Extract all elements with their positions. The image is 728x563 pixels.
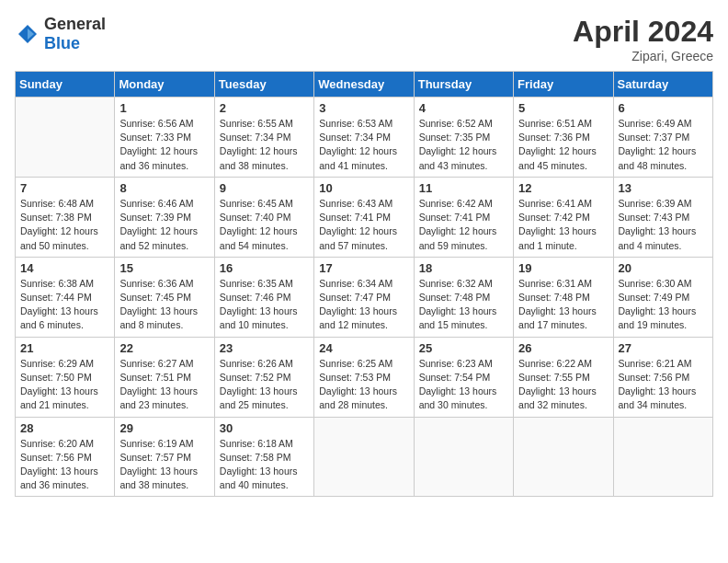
title-block: April 2024 Zipari, Greece bbox=[573, 15, 713, 63]
logo-icon bbox=[15, 21, 40, 47]
location: Zipari, Greece bbox=[573, 49, 713, 63]
day-info: Sunrise: 6:31 AMSunset: 7:48 PMDaylight:… bbox=[518, 277, 608, 333]
day-info: Sunrise: 6:23 AMSunset: 7:54 PMDaylight:… bbox=[419, 357, 508, 413]
day-info: Sunrise: 6:19 AMSunset: 7:57 PMDaylight:… bbox=[119, 437, 209, 493]
day-number: 3 bbox=[319, 101, 408, 115]
calendar: SundayMondayTuesdayWednesdayThursdayFrid… bbox=[15, 71, 713, 497]
day-info: Sunrise: 6:25 AMSunset: 7:53 PMDaylight:… bbox=[319, 357, 408, 413]
month-title: April 2024 bbox=[573, 15, 713, 49]
calendar-week-row: 21Sunrise: 6:29 AMSunset: 7:50 PMDayligh… bbox=[16, 337, 713, 417]
logo-blue: Blue bbox=[44, 34, 80, 52]
day-number: 25 bbox=[419, 341, 508, 355]
day-header-wednesday: Wednesday bbox=[314, 72, 414, 98]
day-info: Sunrise: 6:18 AMSunset: 7:58 PMDaylight:… bbox=[220, 437, 309, 493]
day-info: Sunrise: 6:52 AMSunset: 7:35 PMDaylight:… bbox=[419, 117, 508, 173]
day-number: 14 bbox=[20, 261, 109, 275]
calendar-day-cell: 18Sunrise: 6:32 AMSunset: 7:48 PMDayligh… bbox=[414, 257, 513, 337]
day-number: 26 bbox=[518, 341, 608, 355]
day-number: 6 bbox=[619, 101, 708, 115]
calendar-day-cell bbox=[514, 417, 613, 497]
day-header-monday: Monday bbox=[115, 72, 214, 98]
calendar-day-cell: 12Sunrise: 6:41 AMSunset: 7:42 PMDayligh… bbox=[514, 177, 613, 257]
day-info: Sunrise: 6:20 AMSunset: 7:56 PMDaylight:… bbox=[20, 437, 109, 493]
day-info: Sunrise: 6:26 AMSunset: 7:52 PMDaylight:… bbox=[220, 357, 309, 413]
calendar-week-row: 7Sunrise: 6:48 AMSunset: 7:38 PMDaylight… bbox=[16, 177, 713, 257]
day-info: Sunrise: 6:41 AMSunset: 7:42 PMDaylight:… bbox=[518, 197, 608, 253]
day-info: Sunrise: 6:43 AMSunset: 7:41 PMDaylight:… bbox=[319, 197, 408, 253]
day-info: Sunrise: 6:21 AMSunset: 7:56 PMDaylight:… bbox=[619, 357, 708, 413]
day-number: 1 bbox=[119, 101, 209, 115]
day-header-thursday: Thursday bbox=[414, 72, 513, 98]
calendar-day-cell: 10Sunrise: 6:43 AMSunset: 7:41 PMDayligh… bbox=[314, 177, 414, 257]
day-info: Sunrise: 6:35 AMSunset: 7:46 PMDaylight:… bbox=[220, 277, 309, 333]
calendar-day-cell: 20Sunrise: 6:30 AMSunset: 7:49 PMDayligh… bbox=[613, 257, 712, 337]
day-number: 22 bbox=[119, 341, 209, 355]
day-number: 29 bbox=[119, 421, 209, 435]
day-info: Sunrise: 6:34 AMSunset: 7:47 PMDaylight:… bbox=[319, 277, 408, 333]
calendar-day-cell: 11Sunrise: 6:42 AMSunset: 7:41 PMDayligh… bbox=[414, 177, 513, 257]
calendar-day-cell: 24Sunrise: 6:25 AMSunset: 7:53 PMDayligh… bbox=[314, 337, 414, 417]
day-info: Sunrise: 6:30 AMSunset: 7:49 PMDaylight:… bbox=[619, 277, 708, 333]
day-info: Sunrise: 6:56 AMSunset: 7:33 PMDaylight:… bbox=[119, 117, 209, 173]
calendar-day-cell: 9Sunrise: 6:45 AMSunset: 7:40 PMDaylight… bbox=[214, 177, 313, 257]
calendar-day-cell: 8Sunrise: 6:46 AMSunset: 7:39 PMDaylight… bbox=[115, 177, 214, 257]
day-number: 9 bbox=[220, 181, 309, 195]
day-number: 17 bbox=[319, 261, 408, 275]
day-info: Sunrise: 6:29 AMSunset: 7:50 PMDaylight:… bbox=[20, 357, 109, 413]
calendar-day-cell: 15Sunrise: 6:36 AMSunset: 7:45 PMDayligh… bbox=[115, 257, 214, 337]
day-number: 21 bbox=[20, 341, 109, 355]
day-info: Sunrise: 6:55 AMSunset: 7:34 PMDaylight:… bbox=[220, 117, 309, 173]
day-info: Sunrise: 6:49 AMSunset: 7:37 PMDaylight:… bbox=[619, 117, 708, 173]
calendar-day-cell bbox=[613, 417, 712, 497]
calendar-day-cell: 3Sunrise: 6:53 AMSunset: 7:34 PMDaylight… bbox=[314, 98, 414, 178]
day-number: 15 bbox=[119, 261, 209, 275]
calendar-day-cell: 26Sunrise: 6:22 AMSunset: 7:55 PMDayligh… bbox=[514, 337, 613, 417]
calendar-day-cell: 30Sunrise: 6:18 AMSunset: 7:58 PMDayligh… bbox=[214, 417, 313, 497]
day-header-tuesday: Tuesday bbox=[214, 72, 313, 98]
day-header-sunday: Sunday bbox=[16, 72, 115, 98]
calendar-day-cell: 2Sunrise: 6:55 AMSunset: 7:34 PMDaylight… bbox=[214, 98, 313, 178]
calendar-day-cell: 14Sunrise: 6:38 AMSunset: 7:44 PMDayligh… bbox=[16, 257, 115, 337]
calendar-day-cell: 27Sunrise: 6:21 AMSunset: 7:56 PMDayligh… bbox=[613, 337, 712, 417]
day-number: 23 bbox=[220, 341, 309, 355]
day-number: 10 bbox=[319, 181, 408, 195]
calendar-day-cell bbox=[16, 98, 115, 178]
day-number: 8 bbox=[119, 181, 209, 195]
calendar-day-cell: 28Sunrise: 6:20 AMSunset: 7:56 PMDayligh… bbox=[16, 417, 115, 497]
day-number: 7 bbox=[20, 181, 109, 195]
calendar-day-cell: 21Sunrise: 6:29 AMSunset: 7:50 PMDayligh… bbox=[16, 337, 115, 417]
calendar-day-cell: 13Sunrise: 6:39 AMSunset: 7:43 PMDayligh… bbox=[613, 177, 712, 257]
day-number: 24 bbox=[319, 341, 408, 355]
day-header-saturday: Saturday bbox=[613, 72, 712, 98]
day-number: 28 bbox=[20, 421, 109, 435]
day-number: 2 bbox=[220, 101, 309, 115]
day-number: 16 bbox=[220, 261, 309, 275]
day-info: Sunrise: 6:46 AMSunset: 7:39 PMDaylight:… bbox=[119, 197, 209, 253]
calendar-day-cell: 7Sunrise: 6:48 AMSunset: 7:38 PMDaylight… bbox=[16, 177, 115, 257]
calendar-day-cell: 1Sunrise: 6:56 AMSunset: 7:33 PMDaylight… bbox=[115, 98, 214, 178]
day-info: Sunrise: 6:38 AMSunset: 7:44 PMDaylight:… bbox=[20, 277, 109, 333]
calendar-day-cell: 25Sunrise: 6:23 AMSunset: 7:54 PMDayligh… bbox=[414, 337, 513, 417]
calendar-week-row: 28Sunrise: 6:20 AMSunset: 7:56 PMDayligh… bbox=[16, 417, 713, 497]
day-number: 12 bbox=[518, 181, 608, 195]
calendar-day-cell: 4Sunrise: 6:52 AMSunset: 7:35 PMDaylight… bbox=[414, 98, 513, 178]
calendar-header-row: SundayMondayTuesdayWednesdayThursdayFrid… bbox=[16, 72, 713, 98]
calendar-day-cell: 17Sunrise: 6:34 AMSunset: 7:47 PMDayligh… bbox=[314, 257, 414, 337]
calendar-day-cell: 29Sunrise: 6:19 AMSunset: 7:57 PMDayligh… bbox=[115, 417, 214, 497]
day-number: 13 bbox=[619, 181, 708, 195]
calendar-day-cell bbox=[314, 417, 414, 497]
calendar-day-cell bbox=[414, 417, 513, 497]
day-number: 20 bbox=[619, 261, 708, 275]
day-number: 18 bbox=[419, 261, 508, 275]
day-info: Sunrise: 6:53 AMSunset: 7:34 PMDaylight:… bbox=[319, 117, 408, 173]
day-number: 4 bbox=[419, 101, 508, 115]
day-number: 27 bbox=[619, 341, 708, 355]
calendar-day-cell: 22Sunrise: 6:27 AMSunset: 7:51 PMDayligh… bbox=[115, 337, 214, 417]
day-info: Sunrise: 6:27 AMSunset: 7:51 PMDaylight:… bbox=[119, 357, 209, 413]
calendar-day-cell: 5Sunrise: 6:51 AMSunset: 7:36 PMDaylight… bbox=[514, 98, 613, 178]
calendar-day-cell: 6Sunrise: 6:49 AMSunset: 7:37 PMDaylight… bbox=[613, 98, 712, 178]
calendar-day-cell: 16Sunrise: 6:35 AMSunset: 7:46 PMDayligh… bbox=[214, 257, 313, 337]
day-header-friday: Friday bbox=[514, 72, 613, 98]
page-header: General Blue April 2024 Zipari, Greece bbox=[15, 15, 713, 63]
day-number: 11 bbox=[419, 181, 508, 195]
